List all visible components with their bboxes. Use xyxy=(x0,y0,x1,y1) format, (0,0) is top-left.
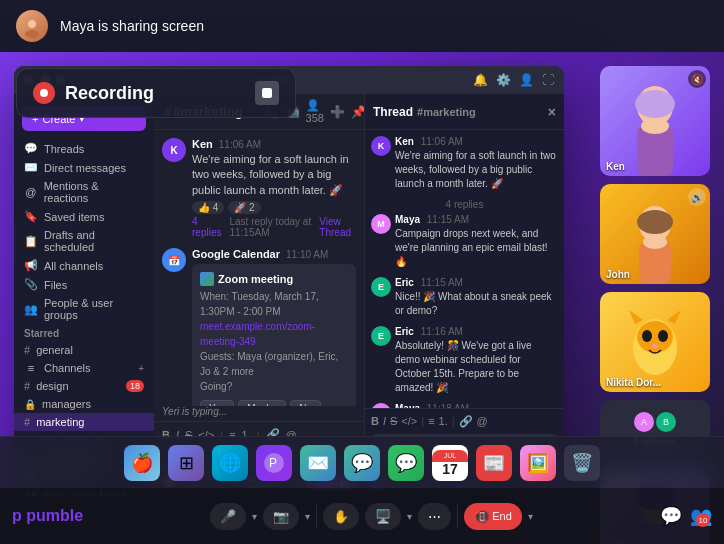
thread-author: Eric xyxy=(395,277,414,288)
stop-recording-button[interactable] xyxy=(255,81,279,105)
reaction-thumbs[interactable]: 👍 4 xyxy=(192,201,224,214)
sharing-text: Maya is sharing screen xyxy=(60,18,204,34)
hashtag-icon: # xyxy=(24,344,30,356)
trash-icon[interactable]: 🗑️ xyxy=(564,445,600,481)
sidebar-item-general[interactable]: # general xyxy=(14,341,154,359)
camera-button[interactable]: 📷 xyxy=(263,503,299,530)
bottom-dock: p pumble 🎤 ▾ 📷 ▾ ✋ 🖥️ ▾ ⋯ 📵 End ▾ 💬 xyxy=(0,488,724,544)
list-item: K Ken 11:06 AM We're aiming for a soft l… xyxy=(371,136,558,191)
sidebar-item-label: design xyxy=(36,380,68,392)
sidebar-item-label: Files xyxy=(44,279,67,291)
svg-point-1 xyxy=(25,30,39,38)
screen-chevron[interactable]: ▾ xyxy=(407,511,412,522)
sidebar-item-threads[interactable]: 💬 Threads xyxy=(14,139,154,158)
camera-icon: 📷 xyxy=(273,509,289,524)
dm-icon: ✉️ xyxy=(24,161,38,174)
sidebar-item-direct-messages[interactable]: ✉️ Direct messages xyxy=(14,158,154,177)
sidebar-item-mentions[interactable]: @ Mentions & reactions xyxy=(14,177,154,207)
imessage-icon[interactable]: 💬 xyxy=(388,445,424,481)
bold-icon[interactable]: B xyxy=(371,415,379,428)
mini-avatar: A xyxy=(634,412,654,432)
thread-time: 11:06 AM xyxy=(421,136,463,147)
lock-icon: 🔒 xyxy=(24,399,36,410)
mention-icon[interactable]: @ xyxy=(477,415,488,428)
pumble-dock-icon[interactable]: P xyxy=(256,445,292,481)
sidebar-item-label: managers xyxy=(42,398,91,410)
view-thread-link[interactable]: View Thread xyxy=(319,216,356,238)
thread-eric-avatar-2: E xyxy=(371,326,391,346)
people-icon: 👥 xyxy=(24,303,38,316)
camera-chevron[interactable]: ▾ xyxy=(305,511,310,522)
sidebar-item-saved[interactable]: 🔖 Saved items xyxy=(14,207,154,226)
calendar-url: meet.example.com/zoom-meeting-349 xyxy=(200,319,348,349)
mail-icon[interactable]: ✉️ xyxy=(300,445,336,481)
google-calendar-icon xyxy=(200,272,214,286)
sidebar-item-managers[interactable]: 🔒 managers xyxy=(14,395,154,413)
channel-icon: ≡ xyxy=(24,362,38,374)
mini-avatar: B xyxy=(656,412,676,432)
ken-mute-icon: 🔇 xyxy=(688,70,706,88)
calendar-card: Zoom meeting When: Tuesday, March 17, 1:… xyxy=(192,264,356,406)
svg-point-5 xyxy=(641,118,669,134)
message-content: Ken 11:06 AM We're aiming for a soft lau… xyxy=(192,138,356,238)
calendar-icon[interactable]: JUL 17 xyxy=(432,445,468,481)
mic-chevron[interactable]: ▾ xyxy=(252,511,257,522)
strikethrough-icon[interactable]: S xyxy=(390,415,397,428)
finder-icon[interactable]: 🍎 xyxy=(124,445,160,481)
sidebar-item-files[interactable]: 📎 Files xyxy=(14,275,154,294)
sidebar-item-label: Mentions & reactions xyxy=(44,180,144,204)
thread-channel: #marketing xyxy=(417,106,476,118)
john-name: John xyxy=(606,269,630,280)
share-screen-button[interactable]: 🖥️ xyxy=(365,503,401,530)
participants-badge: 10 xyxy=(696,513,710,527)
sidebar-item-channels[interactable]: ≡ Channels + xyxy=(14,359,154,377)
safari-icon[interactable]: 🌐 xyxy=(212,445,248,481)
pin-icon[interactable]: 📌 xyxy=(351,105,364,119)
pumble-window: Pumble 🔔 ⚙️ 👤 ⛶ + Create ▾ 💬 Threads xyxy=(14,66,564,496)
settings-icon[interactable]: ⚙️ xyxy=(496,73,511,87)
end-chevron[interactable]: ▾ xyxy=(528,511,533,522)
microphone-button[interactable]: 🎤 xyxy=(210,503,246,530)
ken-name: Ken xyxy=(606,161,625,172)
svg-point-15 xyxy=(658,330,668,342)
thread-author: Maya xyxy=(395,214,420,225)
reply-time: Last reply today at 11:15AM xyxy=(229,216,311,238)
reaction-rocket[interactable]: 🚀 2 xyxy=(228,201,260,214)
chat-button[interactable]: 💬 xyxy=(660,506,682,526)
sidebar-item-label: Direct messages xyxy=(44,162,126,174)
expand-icon[interactable]: ⛶ xyxy=(542,73,554,87)
thread-text: Absolutely! 🎊 We've got a live demo webi… xyxy=(395,339,558,395)
others-avatars: A B xyxy=(634,412,676,432)
more-button[interactable]: ⋯ xyxy=(418,503,451,530)
end-call-button[interactable]: 📵 End xyxy=(464,503,522,530)
calendar-details: When: Tuesday, March 17, 1:30PM - 2:00 P… xyxy=(200,289,348,394)
replies-count[interactable]: 4 replies xyxy=(192,216,221,238)
raise-hand-button[interactable]: ✋ xyxy=(323,503,359,530)
sidebar-item-label: Saved items xyxy=(44,211,105,223)
channels-icon: 📢 xyxy=(24,259,38,272)
top-bar: Maya is sharing screen xyxy=(0,0,724,52)
photos-icon[interactable]: 🖼️ xyxy=(520,445,556,481)
thread-author: Eric xyxy=(395,326,414,337)
chat-icon-wrap: 💬 xyxy=(660,505,682,527)
italic-icon[interactable]: I xyxy=(383,415,386,428)
news-icon[interactable]: 📰 xyxy=(476,445,512,481)
link-icon[interactable]: 🔗 xyxy=(459,415,473,428)
messages-icon[interactable]: 💬 xyxy=(344,445,380,481)
sidebar-item-all-channels[interactable]: 📢 All channels xyxy=(14,256,154,275)
calendar-card-title: Zoom meeting xyxy=(200,272,348,286)
recording-bar: Recording xyxy=(16,68,296,118)
close-thread-button[interactable]: × xyxy=(548,104,556,120)
profile-icon[interactable]: 👤 xyxy=(519,73,534,87)
ordered-list-icon[interactable]: 1. xyxy=(439,415,448,428)
code-icon[interactable]: </> xyxy=(401,415,417,428)
launchpad-icon[interactable]: ⊞ xyxy=(168,445,204,481)
sidebar-item-marketing[interactable]: # marketing xyxy=(14,413,154,431)
recording-dot xyxy=(33,82,55,104)
sidebar-item-design[interactable]: # design 18 xyxy=(14,377,154,395)
sidebar-item-people[interactable]: 👥 People & user groups xyxy=(14,294,154,324)
add-member-icon[interactable]: ➕ xyxy=(330,105,345,119)
sidebar-item-drafts[interactable]: 📋 Drafts and scheduled xyxy=(14,226,154,256)
list-icon[interactable]: ≡ xyxy=(428,415,434,428)
bell-icon[interactable]: 🔔 xyxy=(473,73,488,87)
